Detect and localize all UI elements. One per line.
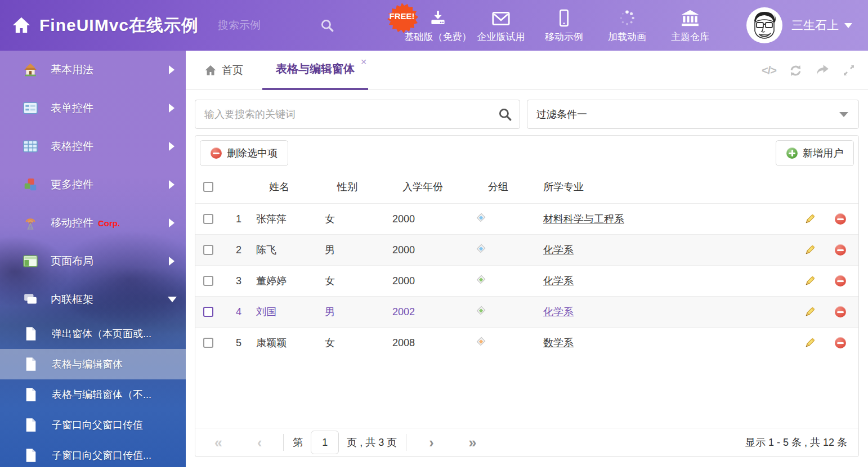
col-header-name: 姓名 — [245, 180, 314, 194]
share-button[interactable] — [815, 64, 830, 77]
edit-icon[interactable] — [797, 275, 822, 287]
file-icon — [25, 418, 37, 432]
col-header-group: 分组 — [464, 180, 532, 194]
data-grid: 姓名 性别 入学年份 分组 所学专业 1 张萍萍 女 2000 — [195, 171, 858, 358]
row-number: 5 — [221, 337, 245, 349]
grid-panel: 删除选中项 新增用户 姓名 性别 入学年份 分组 所学专业 — [195, 135, 859, 457]
file-icon — [25, 326, 37, 341]
page-number-input[interactable] — [311, 431, 339, 454]
table-row[interactable]: 3 董婷婷 女 2000 化学系 — [195, 265, 858, 296]
nav-label: 移动示例 — [545, 30, 583, 43]
header-search-placeholder: 搜索示例 — [218, 18, 261, 33]
sidebar-subitem-popup-window[interactable]: 弹出窗体（本页面或... — [0, 319, 186, 349]
fullscreen-button[interactable] — [842, 64, 856, 77]
major-link[interactable]: 化学系 — [543, 306, 574, 317]
tag-icon — [464, 275, 532, 288]
corp-badge: Corp. — [98, 218, 120, 228]
username: 三生石上 — [791, 17, 839, 33]
sidebar-item-label: 表格控件 — [51, 139, 93, 154]
sidebar-item-form[interactable]: 表单控件 — [0, 89, 186, 127]
user-menu[interactable]: 三生石上 — [746, 0, 852, 51]
sidebar-item-more[interactable]: 更多控件 — [0, 165, 186, 204]
nav-mobile-demo[interactable]: 移动示例 — [533, 0, 596, 51]
first-page-button[interactable]: « — [214, 436, 222, 450]
edit-icon[interactable] — [797, 213, 822, 225]
file-icon — [25, 357, 37, 371]
search-button[interactable] — [490, 100, 520, 128]
tag-icon — [464, 306, 532, 319]
sidebar-item-mobile[interactable]: 移动控件 Corp. — [0, 204, 186, 242]
table-row[interactable]: 5 康颖颖 女 2008 数学系 — [195, 327, 858, 358]
edit-icon[interactable] — [797, 306, 822, 318]
delete-icon[interactable] — [822, 244, 858, 256]
refresh-button[interactable] — [789, 64, 803, 78]
chevron-right-icon — [169, 65, 175, 74]
tab-bar: 首页 表格与编辑窗体 ✕ </> — [186, 51, 868, 90]
sidebar-subitem-grid-edit-window[interactable]: 表格与编辑窗体 — [0, 349, 186, 379]
sidebar-item-basic[interactable]: 基本用法 — [0, 51, 186, 89]
nav-basic-free[interactable]: 基础版（免费） — [406, 0, 469, 51]
close-icon[interactable]: ✕ — [360, 57, 367, 66]
keyword-search-input[interactable] — [204, 109, 490, 120]
delete-icon[interactable] — [822, 337, 858, 348]
row-checkbox[interactable] — [203, 307, 213, 317]
home-icon[interactable] — [11, 15, 32, 35]
last-page-button[interactable]: » — [469, 436, 477, 450]
cell-name: 陈飞 — [245, 243, 314, 257]
edit-icon[interactable] — [797, 337, 822, 349]
filter-bar: 过滤条件一 — [195, 100, 859, 129]
header-nav: 基础版（免费） 企业版试用 移动示例 — [406, 0, 722, 51]
cubes-icon — [23, 177, 38, 193]
row-checkbox[interactable] — [203, 338, 213, 348]
delete-icon[interactable] — [822, 306, 858, 317]
add-user-button[interactable]: 新增用户 — [776, 140, 854, 166]
sidebar-subitem-label: 子窗口向父窗口传值 — [52, 418, 143, 432]
prev-page-button[interactable]: ‹ — [257, 436, 262, 450]
delete-icon[interactable] — [822, 213, 858, 225]
sidebar-item-iframe[interactable]: 内联框架 — [0, 280, 186, 319]
cell-year: 2008 — [381, 337, 464, 349]
sidebar-subitem-child-to-parent[interactable]: 子窗口向父窗口传值 — [0, 410, 186, 440]
select-all-checkbox[interactable] — [203, 182, 213, 192]
tab-grid-edit-window[interactable]: 表格与编辑窗体 ✕ — [262, 51, 368, 90]
nav-theme-repo[interactable]: 主题仓库 — [659, 0, 722, 51]
major-link[interactable]: 数学系 — [543, 337, 574, 348]
row-number: 1 — [221, 213, 245, 225]
delete-icon[interactable] — [822, 275, 858, 287]
edit-icon[interactable] — [797, 244, 822, 256]
major-link[interactable]: 材料科学与工程系 — [543, 213, 624, 225]
nav-loading-animation[interactable]: 加载动画 — [596, 0, 659, 51]
next-page-button[interactable]: › — [429, 436, 433, 450]
delete-selected-label: 删除选中项 — [227, 146, 278, 160]
tab-home[interactable]: 首页 — [204, 63, 243, 78]
chevron-right-icon — [169, 104, 175, 113]
sidebar-item-layout[interactable]: 页面布局 — [0, 242, 186, 280]
main-content: 首页 表格与编辑窗体 ✕ </> — [186, 51, 868, 470]
sidebar-subitem-label: 表格与编辑窗体（不... — [52, 388, 151, 401]
sidebar-subitem-child-to-parent-2[interactable]: 子窗口向父窗口传值... — [0, 440, 186, 467]
delete-selected-button[interactable]: 删除选中项 — [200, 140, 288, 166]
cell-name: 刘国 — [245, 305, 314, 319]
table-row[interactable]: 1 张萍萍 女 2000 材料科学与工程系 — [195, 203, 858, 234]
search-icon[interactable] — [320, 18, 334, 33]
major-link[interactable]: 化学系 — [543, 275, 574, 287]
col-header-gender: 性别 — [314, 180, 381, 194]
sidebar-subitem-label: 表格与编辑窗体 — [52, 357, 123, 371]
table-row-selected[interactable]: 4 刘国 男 2002 化学系 — [195, 296, 858, 327]
sidebar-subitem-grid-edit-window-no[interactable]: 表格与编辑窗体（不... — [0, 379, 186, 410]
bank-icon — [681, 8, 700, 27]
filter-dropdown[interactable]: 过滤条件一 — [527, 100, 859, 129]
table-row[interactable]: 2 陈飞 男 2000 化学系 — [195, 234, 858, 265]
row-checkbox[interactable] — [203, 276, 213, 286]
row-checkbox[interactable] — [203, 245, 213, 255]
header-search[interactable]: 搜索示例 — [218, 18, 336, 33]
sidebar-item-label: 内联框架 — [51, 292, 93, 307]
row-checkbox[interactable] — [203, 214, 213, 224]
sidebar-item-grid[interactable]: 表格控件 — [0, 127, 186, 165]
major-link[interactable]: 化学系 — [543, 244, 574, 256]
file-icon — [25, 387, 37, 402]
tab-actions: </> — [762, 51, 856, 90]
view-source-button[interactable]: </> — [762, 64, 776, 77]
nav-enterprise-trial[interactable]: 企业版试用 — [469, 0, 533, 51]
layout-icon — [23, 253, 38, 269]
